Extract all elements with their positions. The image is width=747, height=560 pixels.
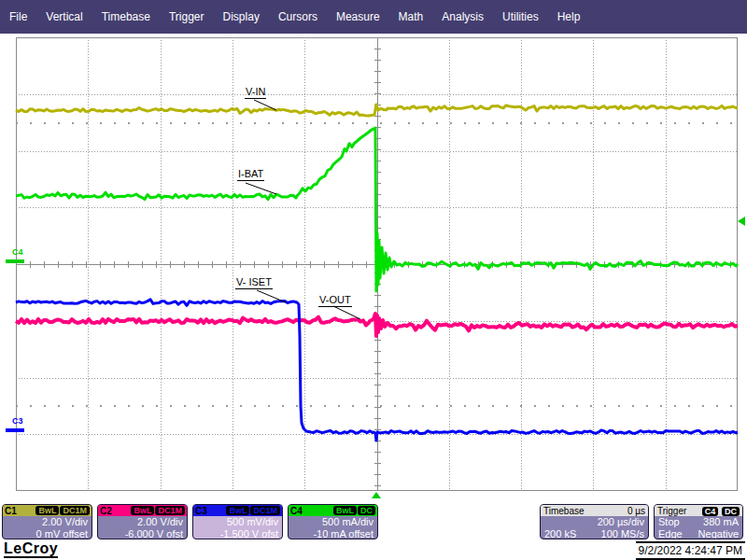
channel-box-c4-header: C4 BwL DC [289, 505, 377, 516]
channel-box-c1[interactable]: C1 BwL DC1M 2.00 V/div 0 mV offset [2, 504, 92, 539]
timebase-record-length: 200 kS [544, 528, 576, 539]
channel-box-c2[interactable]: C2 BwL DC1M 2.00 V/div -6.000 V ofst [97, 504, 188, 539]
channel-scale: 500 mV/div [193, 516, 282, 528]
channel-scale: 500 mA/div [289, 516, 377, 528]
bwl-badge: BwL [226, 506, 249, 515]
timebase-box-header: Timebase 0 µs [541, 505, 648, 516]
datetime-display: 9/2/2022 4:24:47 PM [636, 541, 745, 560]
trace-label-ibat: I-BAT [237, 168, 264, 181]
menu-item-analysis[interactable]: Analysis [434, 7, 491, 26]
c3-ground-marker-bar [6, 428, 24, 432]
menu-item-measure[interactable]: Measure [329, 7, 388, 26]
menu-item-display[interactable]: Display [216, 7, 267, 26]
menu-item-cursors[interactable]: Cursors [271, 7, 325, 26]
trigger-source-badge: C4 [702, 507, 719, 516]
minor-dot-row [16, 405, 738, 407]
bwl-badge: BwL [131, 506, 154, 515]
bwl-badge: BwL [35, 506, 59, 515]
timebase-delay: 0 µs [627, 506, 645, 516]
lecroy-logo: LeCroy [4, 540, 58, 558]
trace-label-vout: V-OUT [318, 294, 352, 307]
channel-offset: 0 mV offset [3, 528, 92, 539]
menu-item-math[interactable]: Math [391, 7, 431, 26]
menu-item-utilities[interactable]: Utilities [495, 7, 546, 26]
channel-box-c2-header: C2 BwL DC1M [98, 505, 187, 516]
channel-box-c3[interactable]: C3 BwL DC1M 500 mV/div -1.500 V ofst [192, 504, 283, 539]
channel-box-c4[interactable]: C4 BwL DC 500 mA/div -10 mA offset [288, 504, 378, 539]
c4-ground-marker-bar [6, 259, 24, 263]
trigger-level: 380 mA [703, 516, 739, 528]
trigger-coupling-badge: DC [722, 507, 740, 516]
trigger-title: Trigger [657, 506, 686, 516]
timebase-box[interactable]: Timebase 0 µs 200 µs/div 200 kS 100 MS/s [540, 504, 649, 539]
channel-id: C4 [290, 506, 303, 516]
c4-ground-marker-label: C4 [12, 247, 23, 257]
channel-id: C2 [100, 506, 112, 516]
trigger-box-header: Trigger C4 DC [655, 505, 742, 516]
channel-id: C3 [195, 506, 207, 516]
menu-item-vertical[interactable]: Vertical [38, 7, 90, 26]
c3-ground-marker[interactable]: C3 [12, 417, 24, 432]
channel-scale: 2.00 V/div [3, 516, 92, 528]
channel-scale: 2.00 V/div [98, 516, 187, 528]
minor-dot-row [16, 122, 738, 124]
trigger-slope: Negative [698, 528, 739, 539]
trigger-time-marker-icon[interactable] [372, 492, 381, 498]
menu-item-timebase[interactable]: Timebase [94, 7, 158, 26]
coupling-badge: DC1M [250, 506, 280, 515]
timebase-title: Timebase [543, 506, 585, 516]
center-horizontal-ticks [16, 261, 738, 268]
trigger-level-marker-icon[interactable] [738, 217, 745, 226]
trace-label-viset: V- ISET [235, 276, 273, 289]
timebase-scale: 200 µs/div [541, 516, 648, 528]
channel-offset: -6.000 V ofst [98, 528, 187, 539]
c4-ground-marker[interactable]: C4 [12, 248, 24, 263]
menu-item-file[interactable]: File [2, 7, 35, 26]
bwl-badge: BwL [333, 506, 357, 515]
channel-offset: -10 mA offset [289, 528, 377, 539]
coupling-badge: DC [358, 506, 375, 515]
trigger-type: Edge [658, 528, 683, 539]
menu-item-help[interactable]: Help [550, 7, 588, 26]
coupling-badge: DC1M [155, 506, 185, 515]
menu-bar: File Vertical Timebase Trigger Display C… [0, 0, 747, 34]
timebase-sample-rate: 100 MS/s [601, 528, 644, 539]
oscilloscope-screen: { "colors": { "menu_bg": "#443e70", "box… [0, 0, 747, 560]
menu-item-trigger[interactable]: Trigger [162, 7, 212, 26]
trace-label-vin: V-IN [245, 86, 266, 99]
channel-id: C1 [5, 506, 17, 516]
channel-offset: -1.500 V ofst [193, 528, 282, 539]
trigger-mode: Stop [658, 516, 680, 528]
channel-box-c3-header: C3 BwL DC1M [193, 505, 282, 516]
c3-ground-marker-label: C3 [12, 416, 23, 426]
trigger-box[interactable]: Trigger C4 DC Stop 380 mA Edge Negative [654, 504, 743, 539]
coupling-badge: DC1M [60, 506, 90, 515]
channel-box-c1-header: C1 BwL DC1M [3, 505, 92, 516]
